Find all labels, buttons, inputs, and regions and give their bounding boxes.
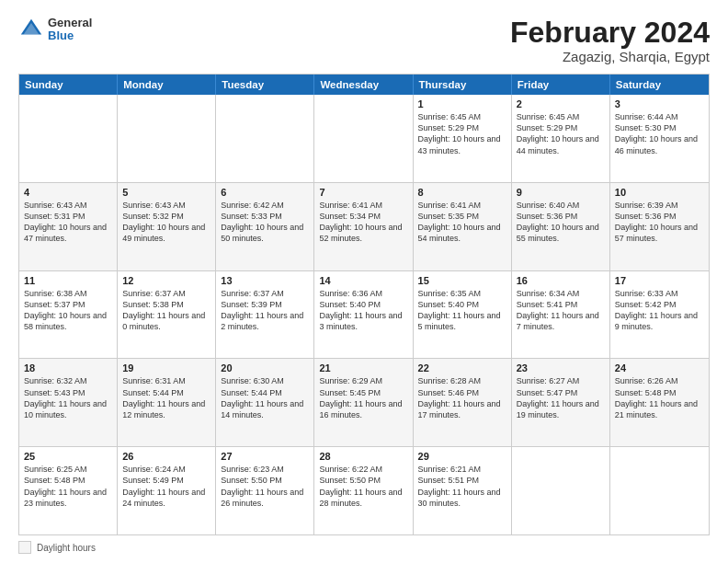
- col-friday: Friday: [512, 75, 610, 95]
- header: General Blue February 2024 Zagazig, Shar…: [18, 17, 710, 64]
- day-num-1-3: 7: [319, 187, 407, 198]
- logo: General Blue: [18, 17, 92, 43]
- legend-box: [18, 541, 31, 554]
- cal-cell-1-2: 6Sunrise: 6:42 AM Sunset: 5:33 PM Daylig…: [216, 183, 314, 270]
- cell-info-1-1: Sunrise: 6:43 AM Sunset: 5:32 PM Dayligh…: [122, 200, 210, 245]
- cell-info-1-0: Sunrise: 6:43 AM Sunset: 5:31 PM Dayligh…: [24, 200, 112, 245]
- day-num-2-1: 12: [122, 275, 210, 286]
- page-title: February 2024: [510, 17, 710, 49]
- col-monday: Monday: [118, 75, 216, 95]
- day-num-4-4: 29: [418, 451, 506, 462]
- cal-cell-1-5: 9Sunrise: 6:40 AM Sunset: 5:36 PM Daylig…: [512, 183, 610, 270]
- cell-info-2-0: Sunrise: 6:38 AM Sunset: 5:37 PM Dayligh…: [24, 288, 112, 333]
- day-num-2-5: 16: [517, 275, 605, 286]
- day-num-0-6: 3: [615, 98, 704, 109]
- cal-row-0: 1Sunrise: 6:45 AM Sunset: 5:29 PM Daylig…: [19, 95, 709, 182]
- cal-cell-3-3: 21Sunrise: 6:29 AM Sunset: 5:45 PM Dayli…: [314, 359, 413, 446]
- cal-cell-2-0: 11Sunrise: 6:38 AM Sunset: 5:37 PM Dayli…: [19, 271, 118, 359]
- day-num-3-1: 19: [122, 362, 210, 373]
- cell-info-2-1: Sunrise: 6:37 AM Sunset: 5:38 PM Dayligh…: [122, 288, 210, 333]
- cal-cell-2-6: 17Sunrise: 6:33 AM Sunset: 5:42 PM Dayli…: [610, 271, 709, 359]
- cal-cell-4-2: 27Sunrise: 6:23 AM Sunset: 5:50 PM Dayli…: [216, 447, 314, 534]
- cell-info-4-1: Sunrise: 6:24 AM Sunset: 5:49 PM Dayligh…: [122, 464, 210, 509]
- cell-info-1-3: Sunrise: 6:41 AM Sunset: 5:34 PM Dayligh…: [319, 200, 407, 245]
- cell-info-2-4: Sunrise: 6:35 AM Sunset: 5:40 PM Dayligh…: [418, 288, 506, 333]
- cell-info-4-2: Sunrise: 6:23 AM Sunset: 5:50 PM Dayligh…: [221, 464, 309, 509]
- day-num-2-4: 15: [418, 275, 506, 286]
- day-num-1-2: 6: [221, 187, 309, 198]
- day-num-3-4: 22: [418, 362, 506, 373]
- cal-cell-3-2: 20Sunrise: 6:30 AM Sunset: 5:44 PM Dayli…: [216, 359, 314, 446]
- day-num-3-2: 20: [221, 362, 309, 373]
- day-num-0-5: 2: [517, 98, 605, 109]
- cell-info-3-5: Sunrise: 6:27 AM Sunset: 5:47 PM Dayligh…: [517, 375, 605, 420]
- cal-cell-4-1: 26Sunrise: 6:24 AM Sunset: 5:49 PM Dayli…: [118, 447, 216, 534]
- cell-info-2-3: Sunrise: 6:36 AM Sunset: 5:40 PM Dayligh…: [319, 288, 407, 333]
- cell-info-3-6: Sunrise: 6:26 AM Sunset: 5:48 PM Dayligh…: [615, 375, 704, 420]
- cell-info-1-6: Sunrise: 6:39 AM Sunset: 5:36 PM Dayligh…: [615, 200, 704, 245]
- day-num-2-0: 11: [24, 275, 112, 286]
- cal-row-1: 4Sunrise: 6:43 AM Sunset: 5:31 PM Daylig…: [19, 182, 709, 270]
- cal-cell-4-6: [610, 447, 709, 534]
- legend-label: Daylight hours: [37, 543, 96, 553]
- cal-cell-3-5: 23Sunrise: 6:27 AM Sunset: 5:47 PM Dayli…: [512, 359, 610, 446]
- cell-info-2-2: Sunrise: 6:37 AM Sunset: 5:39 PM Dayligh…: [221, 288, 309, 333]
- day-num-0-4: 1: [418, 98, 506, 109]
- cal-cell-1-6: 10Sunrise: 6:39 AM Sunset: 5:36 PM Dayli…: [610, 183, 709, 270]
- cell-info-2-5: Sunrise: 6:34 AM Sunset: 5:41 PM Dayligh…: [517, 288, 605, 333]
- calendar: Sunday Monday Tuesday Wednesday Thursday…: [18, 74, 710, 535]
- cal-cell-4-5: [512, 447, 610, 534]
- day-num-2-3: 14: [319, 275, 407, 286]
- col-sunday: Sunday: [19, 75, 118, 95]
- cal-cell-4-0: 25Sunrise: 6:25 AM Sunset: 5:48 PM Dayli…: [19, 447, 118, 534]
- day-num-4-0: 25: [24, 451, 112, 462]
- cell-info-0-6: Sunrise: 6:44 AM Sunset: 5:30 PM Dayligh…: [615, 111, 704, 156]
- day-num-4-3: 28: [319, 451, 407, 462]
- cal-cell-4-4: 29Sunrise: 6:21 AM Sunset: 5:51 PM Dayli…: [414, 447, 512, 534]
- cell-info-3-3: Sunrise: 6:29 AM Sunset: 5:45 PM Dayligh…: [319, 375, 407, 420]
- logo-blue: Blue: [48, 29, 92, 42]
- cell-info-3-1: Sunrise: 6:31 AM Sunset: 5:44 PM Dayligh…: [122, 375, 210, 420]
- day-num-1-5: 9: [517, 187, 605, 198]
- day-num-3-0: 18: [24, 362, 112, 373]
- logo-icon: [18, 17, 44, 42]
- cal-cell-0-0: [19, 95, 118, 182]
- cal-cell-3-6: 24Sunrise: 6:26 AM Sunset: 5:48 PM Dayli…: [610, 359, 709, 446]
- day-num-1-1: 5: [122, 187, 210, 198]
- cal-cell-2-1: 12Sunrise: 6:37 AM Sunset: 5:38 PM Dayli…: [118, 271, 216, 359]
- cell-info-3-4: Sunrise: 6:28 AM Sunset: 5:46 PM Dayligh…: [418, 375, 506, 420]
- cal-cell-0-4: 1Sunrise: 6:45 AM Sunset: 5:29 PM Daylig…: [414, 95, 512, 182]
- day-num-3-6: 24: [615, 362, 704, 373]
- cal-cell-3-4: 22Sunrise: 6:28 AM Sunset: 5:46 PM Dayli…: [414, 359, 512, 446]
- day-num-3-5: 23: [517, 362, 605, 373]
- calendar-header: Sunday Monday Tuesday Wednesday Thursday…: [19, 75, 709, 95]
- day-num-3-3: 21: [319, 362, 407, 373]
- cal-cell-1-3: 7Sunrise: 6:41 AM Sunset: 5:34 PM Daylig…: [314, 183, 413, 270]
- col-wednesday: Wednesday: [314, 75, 413, 95]
- cal-row-3: 18Sunrise: 6:32 AM Sunset: 5:43 PM Dayli…: [19, 358, 709, 446]
- cal-cell-4-3: 28Sunrise: 6:22 AM Sunset: 5:50 PM Dayli…: [314, 447, 413, 534]
- col-thursday: Thursday: [414, 75, 512, 95]
- cell-info-3-0: Sunrise: 6:32 AM Sunset: 5:43 PM Dayligh…: [24, 375, 112, 420]
- day-num-4-1: 26: [122, 451, 210, 462]
- cell-info-2-6: Sunrise: 6:33 AM Sunset: 5:42 PM Dayligh…: [615, 288, 704, 333]
- day-num-2-6: 17: [615, 275, 704, 286]
- cal-row-2: 11Sunrise: 6:38 AM Sunset: 5:37 PM Dayli…: [19, 270, 709, 359]
- cal-cell-2-3: 14Sunrise: 6:36 AM Sunset: 5:40 PM Dayli…: [314, 271, 413, 359]
- title-block: February 2024 Zagazig, Sharqia, Egypt: [510, 17, 710, 64]
- logo-general: General: [48, 17, 92, 29]
- cal-cell-1-1: 5Sunrise: 6:43 AM Sunset: 5:32 PM Daylig…: [118, 183, 216, 270]
- page-subtitle: Zagazig, Sharqia, Egypt: [510, 49, 710, 64]
- calendar-body: 1Sunrise: 6:45 AM Sunset: 5:29 PM Daylig…: [19, 95, 709, 534]
- cal-row-4: 25Sunrise: 6:25 AM Sunset: 5:48 PM Dayli…: [19, 446, 709, 534]
- cal-cell-1-4: 8Sunrise: 6:41 AM Sunset: 5:35 PM Daylig…: [414, 183, 512, 270]
- col-saturday: Saturday: [610, 75, 709, 95]
- cal-cell-1-0: 4Sunrise: 6:43 AM Sunset: 5:31 PM Daylig…: [19, 183, 118, 270]
- cal-cell-2-2: 13Sunrise: 6:37 AM Sunset: 5:39 PM Dayli…: [216, 271, 314, 359]
- day-num-1-6: 10: [615, 187, 704, 198]
- cal-cell-2-4: 15Sunrise: 6:35 AM Sunset: 5:40 PM Dayli…: [414, 271, 512, 359]
- cell-info-1-5: Sunrise: 6:40 AM Sunset: 5:36 PM Dayligh…: [517, 200, 605, 245]
- cal-cell-0-5: 2Sunrise: 6:45 AM Sunset: 5:29 PM Daylig…: [512, 95, 610, 182]
- page: General Blue February 2024 Zagazig, Shar…: [0, 0, 728, 563]
- cell-info-4-0: Sunrise: 6:25 AM Sunset: 5:48 PM Dayligh…: [24, 464, 112, 509]
